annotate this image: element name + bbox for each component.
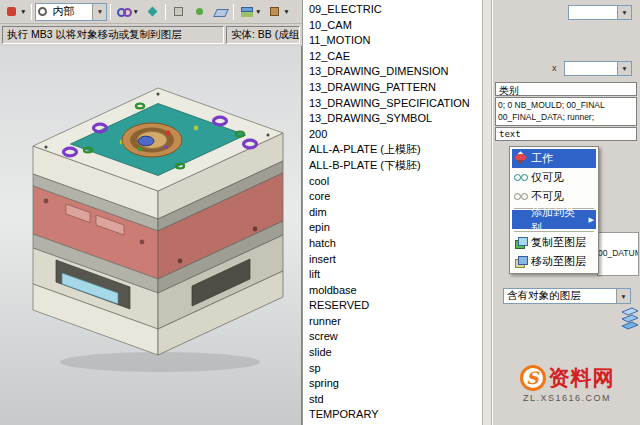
layer-list-item[interactable]: TEMPORARY: [309, 407, 482, 423]
layer-context-menu: 工作 仅可见 不可见 添加到类别 ▶: [509, 146, 599, 274]
layers-combo-value: 含有对象的图层: [504, 289, 584, 303]
layer-list-item[interactable]: 13_DRAWING_SYMBOL: [309, 111, 482, 127]
toolbar-separator: [165, 4, 166, 20]
entity-status: 实体: BB (成组): [226, 26, 300, 44]
layer-listbox-partial[interactable]: 00_DATUM: [597, 232, 639, 276]
layer-category-list: 09_ELECTRIC 10_CAM 11_MOTION 12_CAE 13_D…: [302, 0, 482, 425]
layer-list-item[interactable]: spring: [309, 376, 482, 392]
layer-list-item[interactable]: RESERVED: [309, 298, 482, 314]
sprue-bushing: [138, 136, 154, 146]
layer-list-item[interactable]: slide: [309, 345, 482, 361]
category-label: 类别: [495, 82, 637, 96]
visible-only-icon: [514, 171, 528, 184]
layer-list-item[interactable]: 11_MOTION: [309, 33, 482, 49]
layer-list-item[interactable]: dim: [309, 205, 482, 221]
partial-list-item: 00_DATUM: [598, 248, 639, 258]
layer-list-item[interactable]: core: [309, 189, 482, 205]
layer-list-item[interactable]: sp: [309, 361, 482, 377]
menu-item[interactable]: 复制至图层: [512, 233, 596, 252]
menu-item-label: 移动至图层: [531, 254, 586, 269]
watermark-logo-icon: S: [520, 365, 546, 391]
graphics-viewport[interactable]: [0, 46, 302, 425]
boundary-button[interactable]: [169, 2, 188, 21]
dropdown-arrow-icon: ▼: [255, 8, 261, 15]
combo-dropdown-button[interactable]: ▼: [617, 62, 631, 75]
top-filter-combo[interactable]: ▼: [568, 5, 632, 20]
layer-list-item[interactable]: 13_DRAWING_SPECIFICATION: [309, 96, 482, 112]
plane-icon: [213, 4, 228, 19]
menu-item-label: 仅可见: [531, 170, 564, 185]
layer-list-item[interactable]: lift: [309, 267, 482, 283]
work-layer-icon: [514, 152, 528, 165]
menu-item-label: 工作: [531, 151, 553, 166]
second-filter-combo[interactable]: ▼: [564, 61, 632, 76]
layer-list-item[interactable]: ALL-A-PLATE (上模胚): [309, 142, 482, 158]
model-shadow: [60, 352, 260, 372]
solid-display-button[interactable]: ▼: [265, 2, 291, 21]
layer-list-item[interactable]: 12_CAE: [309, 49, 482, 65]
mold-3d-view: [0, 46, 302, 425]
layer-list-item[interactable]: cool: [309, 174, 482, 190]
layer-settings-panel: ▼ x ▼ 类别 0; 0 NB_MOULD; 00_FINAL 00_FINA…: [492, 0, 640, 425]
stacked-layers-icon[interactable]: [619, 306, 639, 332]
layer-list-item[interactable]: insert: [309, 252, 482, 268]
menu-item[interactable]: 工作: [512, 149, 596, 168]
combo-dropdown-button[interactable]: ▼: [92, 4, 106, 20]
layer-category-items: 09_ELECTRIC 10_CAM 11_MOTION 12_CAE 13_D…: [303, 0, 482, 423]
layer-list-item[interactable]: moldbase: [309, 283, 482, 299]
layer-list-item[interactable]: 09_ELECTRIC: [309, 2, 482, 18]
menu-item[interactable]: 移动至图层: [512, 252, 596, 271]
status-bar: 执行 MB3 以将对象移动或复制到图层 实体: BB (成组): [0, 24, 302, 46]
scope-icon: [38, 7, 47, 16]
layer-list-item[interactable]: epin: [309, 220, 482, 236]
sphere-icon: [192, 4, 207, 19]
top-toolbar: ▼ 内部 ▼ ▼ ▼ ▼: [0, 0, 302, 24]
watermark-site-name: 资料网: [549, 364, 615, 392]
solid-icon: [267, 4, 282, 19]
menu-item[interactable]: 添加到类别 ▶: [512, 210, 596, 229]
layer-list-item[interactable]: 13_DRAWING_DIMENSION: [309, 64, 482, 80]
nx-app-window: ▼ 内部 ▼ ▼ ▼ ▼: [0, 0, 640, 425]
hole-dot: [45, 146, 48, 149]
pin-dot: [194, 126, 199, 131]
layer-list-item[interactable]: std: [309, 392, 482, 408]
menu-item-label: 不可见: [531, 189, 564, 204]
layer-list-item[interactable]: 10_CAM: [309, 18, 482, 34]
selection-scope-combo[interactable]: 内部 ▼: [35, 3, 107, 21]
filter-icon: [4, 4, 19, 19]
move-to-layer-icon: [514, 255, 528, 268]
scope-combo-value: 内部: [49, 4, 77, 19]
layer-list-item[interactable]: ALL-B-PLATE (下模胚): [309, 158, 482, 174]
dropdown-arrow-icon: ▼: [283, 8, 289, 15]
combo-dropdown-button[interactable]: ▼: [616, 289, 630, 303]
combo-dropdown-button[interactable]: ▼: [617, 6, 631, 19]
snap-rings-button[interactable]: ▼: [114, 2, 140, 21]
layer-list-item[interactable]: hatch: [309, 236, 482, 252]
insert-button[interactable]: [143, 2, 162, 21]
layer-list-item[interactable]: runner: [309, 314, 482, 330]
toolbar-separator: [31, 4, 32, 20]
boundary-icon: [171, 4, 186, 19]
dropdown-arrow-icon: ▼: [132, 8, 138, 15]
dropdown-arrow-icon: ▼: [20, 8, 26, 15]
layer-settings-button[interactable]: ▼: [237, 2, 263, 21]
selection-filter-button[interactable]: ▼: [2, 2, 28, 21]
layer-list-item[interactable]: screw: [309, 329, 482, 345]
insert-icon: [145, 4, 160, 19]
sphere-button[interactable]: [190, 2, 209, 21]
layer-list-item[interactable]: 200: [309, 127, 482, 143]
plane-button[interactable]: [211, 2, 230, 21]
menu-item[interactable]: 仅可见: [512, 168, 596, 187]
category-text-area[interactable]: 0; 0 NB_MOULD; 00_FINAL 00_FINAL_DATA; r…: [495, 97, 637, 126]
category-filter-input[interactable]: text: [495, 127, 637, 141]
list-scrollbar[interactable]: [482, 0, 492, 425]
menu-item[interactable]: 不可见: [512, 187, 596, 206]
filter-mark: x: [552, 63, 557, 73]
layers-with-objects-combo[interactable]: 含有对象的图层 ▼: [503, 288, 631, 304]
category-line-1: 0; 0 NB_MOULD; 00_FINAL: [498, 99, 634, 111]
copy-to-layer-icon: [514, 236, 528, 249]
toolbar-separator: [110, 4, 111, 20]
menu-item-label: 复制至图层: [531, 235, 586, 250]
layer-list-item[interactable]: 13_DRAWING_PATTERN: [309, 80, 482, 96]
hole-dot: [157, 93, 160, 96]
